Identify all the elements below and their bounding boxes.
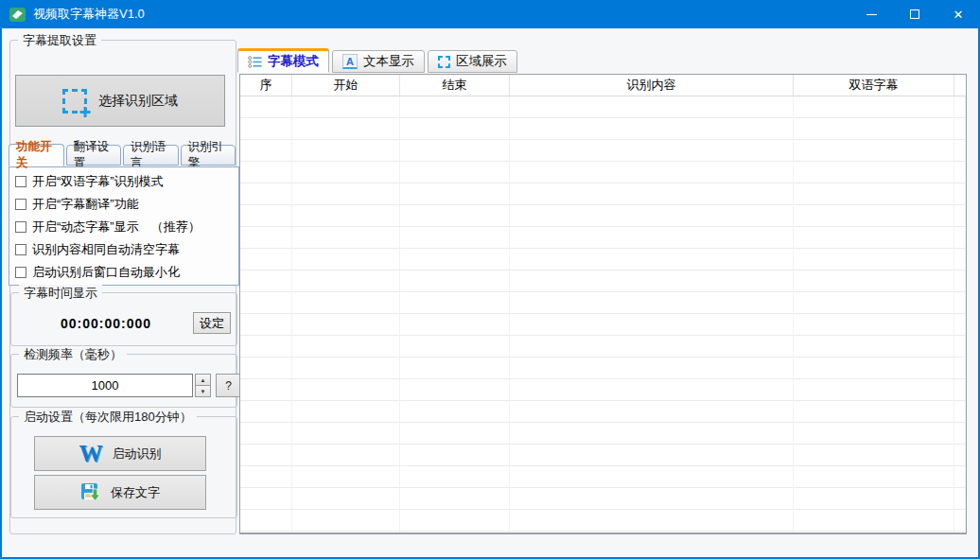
minimize-button[interactable] (849, 0, 893, 28)
left-tab-strip: 功能开关 翻译设置 识别语言 识别引擎 (9, 145, 236, 166)
table-cell (400, 510, 510, 532)
table-cell (954, 423, 966, 445)
tab-recognition-language[interactable]: 识别语言 (123, 145, 179, 166)
frequency-input[interactable] (17, 374, 193, 397)
table-cell (954, 162, 966, 183)
table-row[interactable] (240, 358, 966, 379)
table-cell (292, 423, 400, 445)
tab-function-switches[interactable]: 功能开关 (9, 144, 64, 166)
table-cell (292, 336, 400, 358)
column-header-bilingual[interactable]: 双语字幕 (794, 75, 954, 96)
table-cell (240, 96, 292, 118)
table-cell (794, 379, 954, 401)
table-row[interactable] (240, 510, 966, 532)
table-header: 序 开始 结束 识别内容 双语字幕 (240, 75, 966, 96)
checkbox-bilingual-mode[interactable]: 开启“双语字幕”识别模式 (9, 170, 238, 193)
column-header-content[interactable]: 识别内容 (510, 75, 794, 96)
column-header-index[interactable]: 序 (240, 75, 292, 96)
checkbox-icon[interactable] (15, 199, 26, 210)
table-cell (510, 401, 794, 423)
checkbox-minimize-on-start[interactable]: 启动识别后窗口自动最小化 (9, 261, 238, 284)
table-cell (240, 314, 292, 336)
table-cell (240, 140, 292, 162)
table-cell (510, 488, 794, 510)
table-cell (794, 162, 954, 183)
frequency-help-button[interactable]: ? (216, 374, 241, 397)
table-row[interactable] (240, 423, 966, 445)
launch-settings-group: 启动设置（每次限用180分钟） W 启动识别 保存文字 (10, 416, 237, 518)
table-cell (510, 466, 794, 488)
checkbox-autoclear-duplicate[interactable]: 识别内容相同自动清空字幕 (9, 238, 238, 261)
start-recognition-button[interactable]: W 启动识别 (34, 436, 206, 471)
table-cell (510, 118, 794, 140)
tab-recognition-engine[interactable]: 识别引擎 (181, 145, 236, 166)
table-row[interactable] (240, 532, 966, 534)
table-row[interactable] (240, 292, 966, 314)
tab-subtitle-mode[interactable]: 字幕模式 (237, 48, 329, 73)
table-cell (292, 271, 400, 292)
table-row[interactable] (240, 140, 966, 162)
tab-translation-settings[interactable]: 翻译设置 (66, 145, 122, 166)
app-window: 视频取字幕神器V1.0 ✕ 字幕提取设置 ✚ 选择识别区域 功能开关 翻译设置 … (0, 0, 980, 559)
table-row[interactable] (240, 314, 966, 336)
table-cell (510, 249, 794, 271)
maximize-button[interactable] (893, 0, 936, 28)
table-cell (954, 96, 966, 118)
table-cell (240, 466, 292, 488)
table-row[interactable] (240, 336, 966, 358)
table-cell (954, 314, 966, 336)
close-button[interactable]: ✕ (936, 0, 980, 28)
checkbox-subtitle-translate[interactable]: 开启“字幕翻译”功能 (9, 193, 238, 216)
table-cell (954, 379, 966, 401)
table-row[interactable] (240, 466, 966, 488)
table-cell (954, 271, 966, 292)
tab-text-display[interactable]: A 文本显示 (332, 50, 425, 73)
subtitle-extract-settings-group: 字幕提取设置 ✚ 选择识别区域 功能开关 翻译设置 识别语言 识别引擎 开启“双… (9, 40, 236, 534)
table-row[interactable] (240, 183, 966, 205)
table-row[interactable] (240, 96, 966, 118)
checkbox-icon[interactable] (15, 244, 26, 255)
table-body (240, 96, 966, 534)
table-cell (240, 249, 292, 271)
step-down-button[interactable]: ▼ (195, 386, 211, 397)
checkbox-icon[interactable] (15, 221, 26, 233)
table-cell (400, 292, 510, 314)
save-text-button[interactable]: 保存文字 (34, 475, 206, 510)
table-cell (240, 401, 292, 423)
table-row[interactable] (240, 488, 966, 510)
table-cell (794, 249, 954, 271)
group-title: 字幕提取设置 (18, 32, 101, 49)
table-row[interactable] (240, 162, 966, 183)
table-cell (794, 140, 954, 162)
checkbox-dynamic-subtitle[interactable]: 开启“动态字幕”显示 （推荐） (9, 216, 238, 238)
table-cell (400, 336, 510, 358)
table-row[interactable] (240, 401, 966, 423)
table-row[interactable] (240, 205, 966, 227)
table-cell (510, 292, 794, 314)
table-cell (794, 183, 954, 205)
table-row[interactable] (240, 271, 966, 292)
column-header-start[interactable]: 开始 (292, 75, 400, 96)
table-row[interactable] (240, 379, 966, 401)
app-logo-icon (9, 8, 26, 22)
column-header-end[interactable]: 结束 (400, 75, 510, 96)
table-cell (292, 292, 400, 314)
set-time-button[interactable]: 设定 (193, 312, 231, 334)
table-cell (954, 401, 966, 423)
table-cell (240, 532, 292, 534)
select-recognition-area-button[interactable]: ✚ 选择识别区域 (15, 75, 225, 127)
table-cell (240, 162, 292, 183)
checkbox-icon[interactable] (15, 267, 26, 278)
table-row[interactable] (240, 227, 966, 249)
marquee-area-icon (438, 56, 450, 68)
table-cell (292, 401, 400, 423)
save-floppy-icon (80, 482, 101, 503)
tab-area-display[interactable]: 区域展示 (428, 50, 517, 73)
table-row[interactable] (240, 445, 966, 466)
table-row[interactable] (240, 118, 966, 140)
step-up-button[interactable]: ▲ (195, 374, 211, 386)
subtitle-table: 序 开始 结束 识别内容 双语字幕 (239, 74, 967, 534)
table-row[interactable] (240, 249, 966, 271)
table-cell (794, 271, 954, 292)
checkbox-icon[interactable] (15, 176, 26, 187)
